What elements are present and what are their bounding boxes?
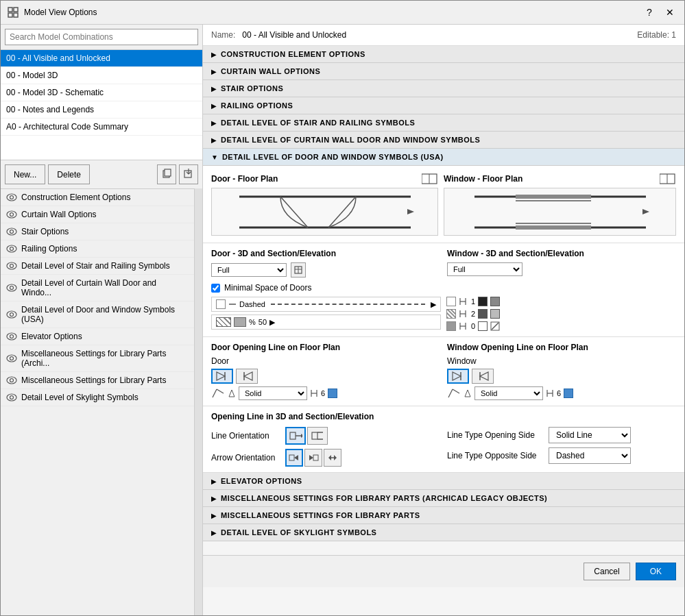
options-item-detail-stair[interactable]: Detail Level of Stair and Railing Symbol… bbox=[1, 258, 194, 275]
arrow-orient-btn-2[interactable] bbox=[304, 449, 322, 467]
section-elevator[interactable]: ▶ ELEVATOR OPTIONS bbox=[203, 473, 684, 490]
export-button[interactable] bbox=[179, 164, 198, 184]
line-type-opening-row: Line Type Opening Side Solid Line bbox=[447, 427, 676, 443]
list-item[interactable]: A0 - Architectural Code Summary bbox=[1, 119, 202, 136]
ok-button[interactable]: OK bbox=[636, 563, 676, 580]
section-curtain[interactable]: ▶ CURTAIN WALL OPTIONS bbox=[203, 63, 684, 80]
door-open-btn-1[interactable] bbox=[211, 369, 233, 384]
options-item-railing[interactable]: Railing Options bbox=[1, 241, 194, 258]
minimal-space-checkbox[interactable] bbox=[211, 284, 220, 293]
options-item-construction[interactable]: Construction Element Options bbox=[1, 189, 194, 206]
window-3d-select[interactable]: Full bbox=[447, 262, 522, 276]
section-detail-curtain[interactable]: ▶ DETAIL LEVEL OF CURTAIN WALL DOOR AND … bbox=[203, 132, 684, 149]
arrow-orient-label: Arrow Orientation bbox=[211, 453, 280, 463]
options-item-label: Construction Element Options bbox=[21, 193, 130, 202]
door-3d-select[interactable]: Full bbox=[211, 263, 287, 277]
list-item[interactable]: 00 - All Visible and Unlocked bbox=[1, 50, 202, 67]
line-type-opening-label: Line Type Opening Side bbox=[447, 430, 543, 440]
line-orient-btn-2[interactable] bbox=[307, 427, 328, 445]
options-item-detail-door[interactable]: Detail Level of Door and Window Symbols … bbox=[1, 301, 194, 328]
search-input[interactable] bbox=[5, 29, 198, 45]
search-box bbox=[1, 25, 202, 50]
window-floor-plan-preview bbox=[444, 188, 676, 236]
section-misc1[interactable]: ▶ MISCELLANEOUS SETTINGS FOR LIBRARY PAR… bbox=[203, 490, 684, 507]
list-item[interactable]: 00 - Notes and Legends bbox=[1, 101, 202, 119]
svg-line-58 bbox=[492, 323, 498, 330]
collapse-arrow: ▶ bbox=[211, 119, 217, 127]
section-detail-door[interactable]: ▼ DETAIL LEVEL OF DOOR AND WINDOW SYMBOL… bbox=[203, 149, 684, 166]
window-sublabel: Window bbox=[447, 356, 676, 366]
section-misc2[interactable]: ▶ MISCELLANEOUS SETTINGS FOR LIBRARY PAR… bbox=[203, 507, 684, 524]
options-item-label: Miscellaneous Settings for Library Parts bbox=[21, 375, 166, 385]
line-style-box bbox=[216, 299, 226, 309]
line-type-opposite-row: Line Type Opposite Side Dashed bbox=[447, 447, 676, 464]
window-line-type-select[interactable]: Solid bbox=[474, 386, 543, 400]
dashed-label: Dashed bbox=[239, 300, 265, 308]
door-open-btn-2[interactable] bbox=[236, 369, 258, 384]
close-button[interactable]: ✕ bbox=[662, 5, 677, 20]
door-3d-area: Door - 3D and Section/Elevation Full bbox=[211, 249, 440, 278]
svg-rect-0 bbox=[8, 8, 12, 12]
section-title: DETAIL LEVEL OF SKYLIGHT SYMBOLS bbox=[221, 528, 376, 537]
line-orient-buttons bbox=[285, 427, 328, 445]
section-title: MISCELLANEOUS SETTINGS FOR LIBRARY PARTS bbox=[221, 511, 420, 519]
hatch-row[interactable]: % 50 ▶ bbox=[211, 315, 441, 330]
section-construction[interactable]: ▶ CONSTRUCTION ELEMENT OPTIONS bbox=[203, 46, 684, 63]
options-item-skylight[interactable]: Detail Level of Skylight Symbols bbox=[1, 389, 194, 406]
section-title: DETAIL LEVEL OF CURTAIN WALL DOOR AND WI… bbox=[221, 136, 480, 144]
arrow-orient-btn-3[interactable] bbox=[324, 449, 341, 467]
help-button[interactable]: ? bbox=[642, 5, 657, 20]
line-orient-label: Line Orientation bbox=[211, 431, 280, 441]
arrow-orient-btn-1[interactable] bbox=[285, 449, 303, 467]
door-floor-plan-preview bbox=[211, 188, 438, 236]
svg-marker-44 bbox=[642, 209, 649, 214]
dashed-row[interactable]: Dashed ▶ bbox=[211, 297, 441, 312]
cancel-button[interactable]: Cancel bbox=[584, 563, 629, 580]
section-skylight[interactable]: ▶ DETAIL LEVEL OF SKYLIGHT SYMBOLS bbox=[203, 524, 684, 541]
dashed-line-preview bbox=[271, 304, 425, 305]
line-orient-btn-1[interactable] bbox=[285, 427, 306, 445]
options-item-misc2[interactable]: Miscellaneous Settings for Library Parts bbox=[1, 372, 194, 389]
collapse-arrow: ▶ bbox=[211, 478, 217, 485]
section-railing[interactable]: ▶ RAILING OPTIONS bbox=[203, 97, 684, 114]
line-type-opposite-select[interactable]: Dashed bbox=[549, 447, 631, 464]
door-preview-svg bbox=[226, 190, 424, 234]
options-item-curtain[interactable]: Curtain Wall Options bbox=[1, 206, 194, 223]
window-open-btn-2[interactable] bbox=[472, 369, 494, 384]
options-item-misc1[interactable]: Miscellaneous Settings for Library Parts… bbox=[1, 345, 194, 372]
scrollbar[interactable] bbox=[194, 188, 202, 615]
svg-rect-2 bbox=[8, 13, 12, 17]
new-button[interactable]: New... bbox=[5, 164, 45, 184]
collapse-arrow: ▶ bbox=[211, 529, 217, 537]
window-opening-label: Window Opening Line on Floor Plan bbox=[447, 343, 676, 352]
svg-point-20 bbox=[10, 313, 14, 317]
svg-point-24 bbox=[10, 357, 14, 360]
svg-point-7 bbox=[7, 194, 16, 201]
svg-line-62 bbox=[213, 389, 217, 397]
color-swatch-1 bbox=[478, 297, 488, 306]
editable-label: Editable: 1 bbox=[637, 30, 676, 40]
list-item[interactable]: 00 - Model 3D bbox=[1, 67, 202, 84]
list-item[interactable]: 00 - Model 3D - Schematic bbox=[1, 84, 202, 101]
line-settings-grid: Dashed ▶ % 50 ▶ bbox=[211, 297, 676, 331]
copy-button[interactable] bbox=[157, 164, 176, 184]
angle-icon bbox=[228, 389, 236, 398]
door-3d-label: Door - 3D and Section/Elevation bbox=[211, 249, 440, 258]
section-stair[interactable]: ▶ STAIR OPTIONS bbox=[203, 80, 684, 97]
color-row-3: 0 bbox=[446, 321, 676, 331]
options-item-stair[interactable]: Stair Options bbox=[1, 223, 194, 241]
options-item-label: Railing Options bbox=[21, 244, 77, 254]
section-detail-stair[interactable]: ▶ DETAIL LEVEL OF STAIR AND RAILING SYMB… bbox=[203, 114, 684, 132]
options-item-elevator[interactable]: Elevator Options bbox=[1, 328, 194, 345]
door-line-type-select[interactable]: Solid bbox=[239, 386, 307, 400]
hatch-icon-2 bbox=[446, 309, 456, 319]
options-item-detail-curtain[interactable]: Detail Level of Curtain Wall Door and Wi… bbox=[1, 275, 194, 301]
window-3d-area: Window - 3D and Section/Elevation Full bbox=[447, 249, 676, 278]
window-open-btn-1[interactable] bbox=[447, 369, 469, 384]
line-type-opening-select[interactable]: Solid Line bbox=[549, 427, 631, 443]
delete-button[interactable]: Delete bbox=[48, 164, 90, 184]
slash-icon bbox=[490, 321, 500, 331]
collapse-arrow: ▶ bbox=[211, 102, 217, 110]
collapse-arrow: ▶ bbox=[211, 512, 217, 519]
door-3d-settings-btn[interactable] bbox=[291, 262, 306, 278]
